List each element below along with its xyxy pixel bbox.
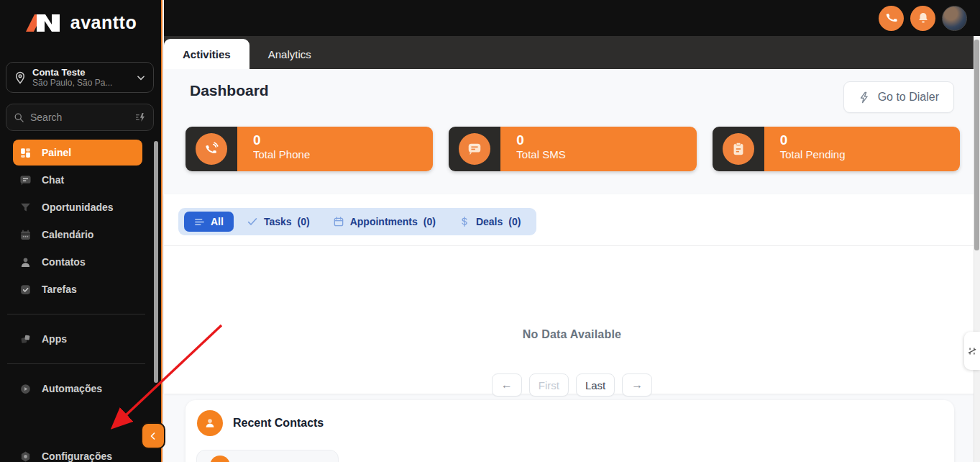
user-avatar[interactable]: [942, 6, 967, 31]
filter-count: (0): [423, 216, 436, 227]
sidebar-divider: [7, 363, 145, 364]
stat-card-total-sms: 0 Total SMS: [449, 127, 696, 171]
dialer-phone-button[interactable]: [879, 6, 904, 31]
pagination-first-button[interactable]: First: [529, 373, 569, 397]
sidebar-scrollbar[interactable]: [154, 141, 158, 383]
phone-icon: [885, 12, 898, 24]
person-icon: [19, 255, 32, 268]
stat-card-body: 0 Total Pending: [764, 127, 960, 171]
sidebar-item-apps[interactable]: Apps: [13, 326, 147, 352]
stat-card-total-phone: 0 Total Phone: [186, 127, 433, 171]
panel-divider: [164, 245, 980, 246]
stat-value: 0: [516, 132, 696, 148]
sidebar-item-painel[interactable]: Painel: [13, 140, 142, 166]
tab-label: Activities: [183, 48, 231, 60]
page-scrollbar-thumb[interactable]: [974, 40, 979, 250]
help-widget-handle[interactable]: [964, 332, 980, 370]
filter-count: (0): [508, 216, 521, 227]
stat-icon-block: [713, 127, 764, 171]
stat-card-body: 0 Total SMS: [500, 127, 696, 171]
check-square-icon: [19, 283, 32, 296]
pagination-next-button[interactable]: →: [622, 373, 652, 397]
filter-deals[interactable]: Deals (0): [449, 212, 531, 232]
stat-label: Total Phone: [253, 148, 433, 160]
shortcut-lightning-icon: [134, 112, 146, 123]
arrow-right-icon: →: [631, 379, 643, 391]
grid-icon: [19, 146, 32, 159]
notifications-button[interactable]: [910, 6, 935, 31]
pagination-last-label: Last: [585, 379, 605, 391]
location-pin-icon: [14, 71, 27, 84]
sidebar-item-contatos[interactable]: Contatos: [13, 249, 147, 275]
pagination-first-label: First: [539, 379, 559, 391]
filter-tasks[interactable]: Tasks (0): [237, 212, 320, 232]
recent-contacts-header: Recent Contacts: [197, 410, 324, 436]
sidebar-item-label: Calendário: [42, 229, 93, 240]
account-selector[interactable]: Conta Teste São Paulo, São Pa...: [6, 62, 154, 93]
avantto-logo-icon: [24, 10, 65, 35]
sidebar-collapse-button[interactable]: [141, 422, 165, 449]
main-content: Dashboard Go to Dialer 0 Total Phone: [164, 69, 980, 462]
play-circle-icon: [19, 382, 32, 395]
bell-icon: [917, 12, 930, 24]
sidebar-search: [6, 104, 154, 131]
sidebar-item-oportunidades[interactable]: Oportunidades: [13, 194, 147, 220]
sidebar-item-label: Chat: [42, 174, 64, 186]
sidebar-item-tarefas[interactable]: Tarefas: [13, 276, 147, 302]
chevron-left-icon: [149, 431, 157, 441]
filter-appointments[interactable]: Appointments (0): [323, 212, 446, 232]
filter-label: All: [211, 216, 224, 227]
filter-label: Deals: [476, 216, 503, 227]
recent-contacts-title: Recent Contacts: [233, 417, 324, 430]
sidebar-item-automacoes[interactable]: Automações: [13, 376, 147, 402]
arrow-left-icon: ←: [501, 379, 513, 391]
sidebar-item-label: Painel: [42, 147, 71, 158]
calendar-icon: [333, 216, 344, 227]
sms-icon: [459, 133, 490, 165]
pagination-prev-button[interactable]: ←: [492, 373, 522, 397]
logo-text: avantto: [70, 12, 137, 33]
search-icon: [14, 112, 24, 123]
account-name: Conta Teste: [32, 67, 112, 78]
recent-contact-item[interactable]: [196, 450, 339, 462]
tab-strip: Activities Analytics: [164, 36, 980, 69]
stat-label: Total SMS: [516, 148, 696, 160]
activity-panel: All Tasks (0) Appointment: [164, 194, 980, 394]
phone-icon: [196, 133, 227, 165]
stat-card-total-pending: 0 Total Pending: [713, 127, 960, 171]
pagination: ← First Last →: [164, 373, 980, 397]
filter-count: (0): [298, 216, 310, 227]
list-icon: [194, 217, 205, 227]
recent-contacts-card: Recent Contacts: [186, 400, 954, 462]
sidebar: avantto Conta Teste São Paulo, São Pa...: [0, 0, 162, 462]
stat-icon-block: [449, 127, 500, 171]
chevron-down-icon: [136, 73, 146, 83]
filter-all[interactable]: All: [184, 212, 234, 232]
filter-label: Appointments: [350, 216, 418, 227]
app-logo: avantto: [0, 10, 161, 35]
lightning-icon: [858, 91, 871, 104]
sidebar-item-label: Tarefas: [42, 284, 77, 295]
stat-label: Total Pending: [780, 148, 960, 160]
sidebar-menu: Painel Chat Oportunidades Calendário: [0, 138, 152, 462]
check-icon: [247, 216, 258, 227]
tab-activities[interactable]: Activities: [164, 39, 249, 69]
dollar-icon: [459, 216, 470, 227]
pagination-last-button[interactable]: Last: [576, 373, 615, 397]
go-to-dialer-button[interactable]: Go to Dialer: [843, 81, 954, 113]
tab-analytics[interactable]: Analytics: [249, 39, 330, 69]
sidebar-item-calendario[interactable]: Calendário: [13, 222, 147, 248]
tab-label: Analytics: [268, 48, 311, 60]
search-input[interactable]: [30, 112, 124, 123]
dialer-button-label: Go to Dialer: [878, 91, 939, 104]
sidebar-item-configuracoes[interactable]: Configurações: [13, 443, 147, 462]
sidebar-item-label: Contatos: [42, 256, 86, 268]
sidebar-item-label: Automações: [42, 383, 102, 394]
stat-card-body: 0 Total Phone: [237, 127, 433, 171]
stat-icon-block: [186, 127, 237, 171]
gear-icon: [19, 450, 32, 462]
sidebar-item-chat[interactable]: Chat: [13, 167, 147, 193]
sidebar-item-label: Oportunidades: [42, 201, 114, 213]
sidebar-divider: [7, 314, 145, 314]
apps-icon: [19, 332, 32, 345]
